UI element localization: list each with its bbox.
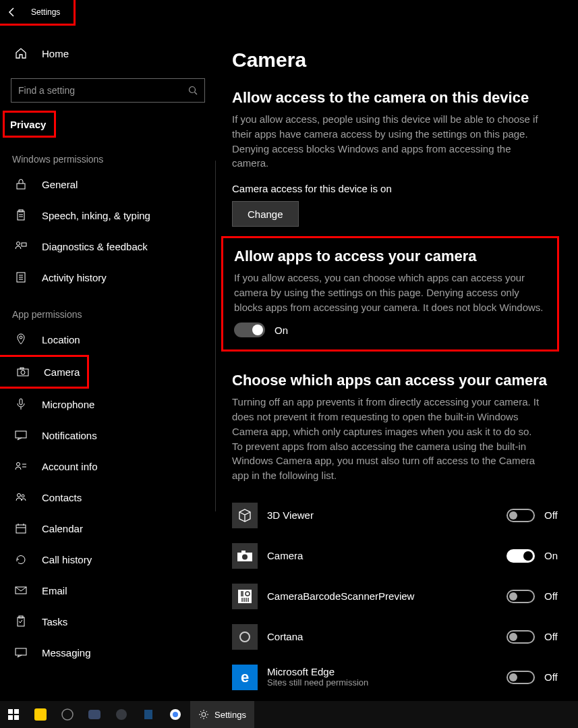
svg-point-45 — [62, 709, 73, 720]
app-toggle[interactable] — [507, 590, 535, 603]
page-title: Camera — [232, 49, 562, 72]
app-toggle-state: Off — [544, 509, 562, 521]
section1-heading: Allow access to the camera on this devic… — [232, 89, 562, 107]
sidebar-item-speech[interactable]: Speech, inking, & typing — [0, 200, 216, 231]
camera-access-status: Camera access for this device is on — [232, 183, 562, 194]
app-row-3d-viewer: 3D ViewerOff — [232, 495, 562, 536]
search-input[interactable]: Find a setting — [11, 78, 205, 103]
svg-rect-47 — [144, 710, 152, 719]
svg-rect-32 — [16, 648, 26, 655]
taskbar-app-2[interactable] — [54, 701, 81, 728]
app-toggle[interactable] — [507, 509, 535, 522]
svg-point-24 — [22, 495, 24, 497]
section2-highlight: Allow apps to access your camera If you … — [221, 236, 559, 352]
svg-point-15 — [21, 370, 25, 374]
section3-desc: Turning off an app prevents it from dire… — [232, 395, 542, 483]
svg-rect-17 — [20, 399, 22, 405]
search-icon — [188, 86, 198, 95]
group-label-app-permissions: App permissions — [0, 293, 216, 324]
sidebar-item-notifications[interactable]: Notifications — [0, 420, 216, 451]
location-icon — [15, 333, 27, 345]
main-content: Camera Allow access to the camera on thi… — [216, 26, 578, 701]
sidebar-item-account-info[interactable]: Account info — [0, 451, 216, 482]
feedback-icon — [15, 241, 27, 252]
calendar-icon — [15, 523, 27, 534]
home-icon — [15, 47, 27, 59]
sidebar-item-call-history[interactable]: Call history — [0, 544, 216, 575]
app-icon — [232, 543, 258, 569]
svg-line-1 — [195, 92, 198, 95]
section2-heading: Allow apps to access your camera — [234, 248, 546, 265]
sidebar-item-tasks[interactable]: Tasks — [0, 606, 216, 637]
sidebar-item-camera[interactable]: Camera — [1, 357, 87, 387]
app-icon — [232, 584, 258, 609]
app-row-camera: CameraOn — [232, 536, 562, 576]
app-icon — [232, 624, 258, 650]
gear-icon — [198, 709, 209, 720]
svg-rect-16 — [20, 368, 24, 369]
svg-point-13 — [20, 336, 22, 339]
svg-point-7 — [17, 242, 20, 246]
app-row-camerabarcodescannerpreview: CameraBarcodeScannerPreviewOff — [232, 576, 562, 617]
lock-icon — [15, 178, 27, 190]
allow-apps-toggle-label: On — [274, 325, 288, 336]
taskbar-settings-task[interactable]: Settings — [190, 701, 254, 728]
back-button[interactable] — [5, 5, 19, 19]
scrollbar[interactable] — [215, 161, 216, 511]
app-name: Cortana — [267, 631, 507, 642]
sidebar-item-microphone[interactable]: Microphone — [0, 389, 216, 420]
sidebar: Home Find a setting Privacy Windows perm… — [0, 26, 216, 701]
notify-icon — [15, 430, 27, 441]
sidebar-item-email[interactable]: Email — [0, 575, 216, 606]
app-toggle[interactable] — [507, 549, 535, 563]
group-label-windows-permissions: Windows permissions — [0, 138, 216, 169]
history-icon — [15, 271, 27, 283]
taskbar-chrome[interactable] — [162, 701, 189, 728]
svg-rect-42 — [14, 709, 19, 714]
app-row-microsoft-edge: eMicrosoft EdgeSites still need permissi… — [232, 657, 562, 698]
svg-rect-36 — [238, 590, 252, 603]
mic-icon — [15, 398, 27, 410]
section2-desc: If you allow access, you can choose whic… — [234, 271, 544, 314]
sidebar-item-calendar[interactable]: Calendar — [0, 513, 216, 544]
messaging-icon — [15, 647, 27, 658]
app-toggle[interactable] — [507, 630, 535, 644]
search-placeholder: Find a setting — [18, 85, 188, 96]
sidebar-item-diagnostics[interactable]: Diagnostics & feedback — [0, 231, 216, 262]
app-name: 3D Viewer — [267, 509, 507, 521]
taskbar-app-5[interactable] — [135, 701, 162, 728]
sidebar-item-activity-history[interactable]: Activity history — [0, 262, 216, 293]
taskbar-app-1[interactable] — [27, 701, 54, 728]
svg-rect-3 — [18, 211, 24, 220]
app-toggle-state: Off — [544, 671, 562, 683]
start-button[interactable] — [0, 701, 27, 728]
sidebar-item-camera-highlight: Camera — [0, 355, 89, 389]
email-icon — [15, 586, 27, 594]
app-toggle-state: On — [544, 550, 562, 561]
section1-desc: If you allow access, people using this d… — [232, 112, 542, 171]
allow-apps-toggle[interactable] — [234, 323, 265, 337]
contacts-icon — [15, 493, 27, 502]
app-icon — [232, 503, 258, 528]
sidebar-item-general[interactable]: General — [0, 169, 216, 200]
svg-rect-2 — [17, 184, 25, 189]
taskbar-app-3[interactable] — [81, 701, 108, 728]
sidebar-item-contacts[interactable]: Contacts — [0, 482, 216, 513]
taskbar-app-4[interactable] — [108, 701, 135, 728]
change-button[interactable]: Change — [232, 201, 299, 227]
sidebar-home[interactable]: Home — [0, 38, 216, 69]
sidebar-category-privacy[interactable]: Privacy — [3, 111, 56, 138]
sidebar-home-label: Home — [42, 48, 69, 59]
app-name: Camera — [267, 550, 507, 561]
section3-heading: Choose which apps can access your camera — [232, 372, 562, 389]
svg-point-38 — [240, 632, 250, 642]
taskbar: Settings — [0, 701, 578, 728]
svg-point-0 — [190, 87, 196, 93]
svg-rect-35 — [241, 551, 245, 553]
svg-rect-43 — [8, 715, 13, 720]
settings-header: Settings — [0, 0, 76, 26]
app-toggle[interactable] — [507, 671, 535, 684]
sidebar-item-location[interactable]: Location — [0, 324, 216, 355]
account-icon — [15, 461, 27, 471]
sidebar-item-messaging[interactable]: Messaging — [0, 637, 216, 668]
